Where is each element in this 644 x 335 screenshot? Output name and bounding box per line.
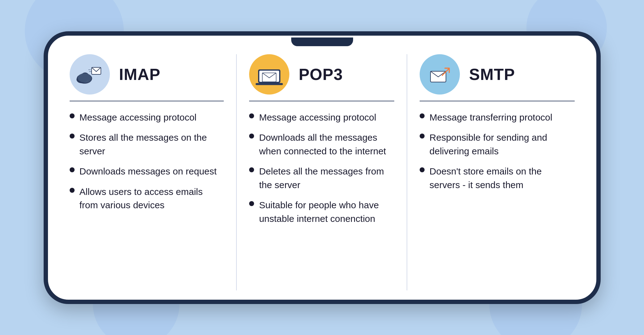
bullet-dot bbox=[249, 134, 254, 139]
imap-icon-wrapper bbox=[70, 54, 110, 95]
pop3-column: POP3 Message accessing protocol Download… bbox=[237, 54, 407, 290]
imap-header: IMAP bbox=[70, 54, 224, 101]
imap-bullet-list: Message accessing protocol Stores all th… bbox=[70, 111, 224, 212]
smtp-header: SMTP bbox=[420, 54, 575, 101]
bullet-dot bbox=[249, 201, 254, 206]
vol-up-button bbox=[44, 98, 44, 119]
pop3-bullet-1: Message accessing protocol bbox=[249, 111, 394, 124]
imap-bullet-4: Allows users to access emails from vario… bbox=[70, 185, 224, 212]
svg-point-5 bbox=[78, 73, 92, 82]
imap-bullet-3: Downloads messages on request bbox=[70, 165, 224, 178]
smtp-bullet-1: Message transferring protocol bbox=[420, 111, 575, 124]
bullet-dot bbox=[70, 188, 75, 193]
notch bbox=[291, 37, 353, 46]
bullet-dot bbox=[420, 167, 425, 172]
pop3-bullet-4: Suitable for people who have unstable in… bbox=[249, 198, 394, 225]
imap-title: IMAP bbox=[119, 65, 161, 84]
smtp-title: SMTP bbox=[469, 65, 515, 84]
smtp-column: SMTP Message transferring protocol Respo… bbox=[407, 54, 578, 290]
bullet-dot bbox=[420, 134, 425, 139]
vol-down-button bbox=[44, 126, 44, 147]
smtp-bullet-3: Doesn't store emails on the servers - it… bbox=[420, 165, 575, 192]
bullet-dot bbox=[249, 113, 254, 118]
smtp-icon bbox=[427, 64, 452, 85]
smtp-bullet-2: Responsible for sending and delivering e… bbox=[420, 131, 575, 158]
phone-top-bar bbox=[48, 36, 596, 48]
bullet-dot bbox=[70, 134, 75, 139]
smtp-icon-wrapper bbox=[420, 54, 460, 95]
phone-content: IMAP Message accessing protocol Stores a… bbox=[48, 48, 596, 300]
svg-rect-11 bbox=[256, 83, 283, 85]
smtp-bullet-list: Message transferring protocol Responsibl… bbox=[420, 111, 575, 192]
imap-bullet-2: Stores all the messages on the server bbox=[70, 131, 224, 158]
pop3-icon-wrapper bbox=[249, 54, 289, 95]
bullet-dot bbox=[420, 113, 425, 118]
pop3-icon bbox=[254, 62, 285, 87]
pop3-title: POP3 bbox=[299, 65, 343, 84]
bullet-dot bbox=[249, 167, 254, 172]
comparison-table: IMAP Message accessing protocol Stores a… bbox=[67, 54, 578, 290]
pop3-bullet-3: Deletes all the messages from the server bbox=[249, 165, 394, 192]
phone-frame: IMAP Message accessing protocol Stores a… bbox=[44, 31, 601, 304]
bullet-dot bbox=[70, 113, 75, 118]
pop3-header: POP3 bbox=[249, 54, 394, 101]
power-button bbox=[600, 110, 601, 141]
imap-column: IMAP Message accessing protocol Stores a… bbox=[67, 54, 237, 290]
imap-bullet-1: Message accessing protocol bbox=[70, 111, 224, 124]
bullet-dot bbox=[70, 167, 75, 172]
imap-icon bbox=[76, 62, 104, 87]
pop3-bullet-2: Downloads all the messages when connecte… bbox=[249, 131, 394, 158]
pop3-bullet-list: Message accessing protocol Downloads all… bbox=[249, 111, 394, 226]
